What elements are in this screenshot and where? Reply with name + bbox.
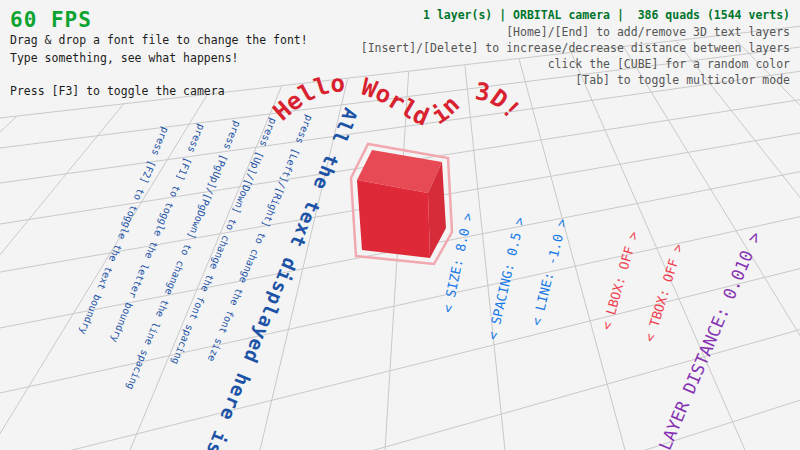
- cube[interactable]: [351, 144, 452, 264]
- status-label-tbox: < TBOX: OFF >: [642, 242, 686, 344]
- hud-hint-multicolor: [Tab] to toggle multicolor mode: [575, 73, 790, 87]
- hud-hint-cube-click: click the [CUBE] for a random color: [548, 57, 790, 71]
- status-label-lbox: < LBOX: OFF >: [599, 230, 641, 332]
- fps-counter: 60 FPS: [10, 8, 92, 32]
- cube-front-face: [357, 180, 430, 258]
- ground-title-3d: All the text displayed here is in 3D: [174, 105, 362, 450]
- hud-hint-type: Type something, see what happens!: [10, 51, 238, 65]
- status-label-line: < LINE: -1.0 >: [529, 217, 570, 327]
- render-status-line: 1 layer(s) | ORBITAL camera | 386 quads …: [423, 8, 790, 22]
- status-label-spacing: < SPACING: 0.5 >: [485, 216, 528, 341]
- hud-hint-layer-distance: [Insert]/[Delete] to increase/decrease d…: [361, 41, 790, 55]
- hud-hint-dragdrop: Drag & drop a font file to change the fo…: [10, 33, 308, 47]
- hud-hint-camera-toggle: Press [F3] to toggle the camera: [10, 84, 225, 98]
- hud-hint-layers: [Home]/[End] to add/remove 3D text layer…: [506, 25, 790, 39]
- scene-3d-viewport[interactable]: All the text displayed here is in 3D pre…: [0, 0, 800, 450]
